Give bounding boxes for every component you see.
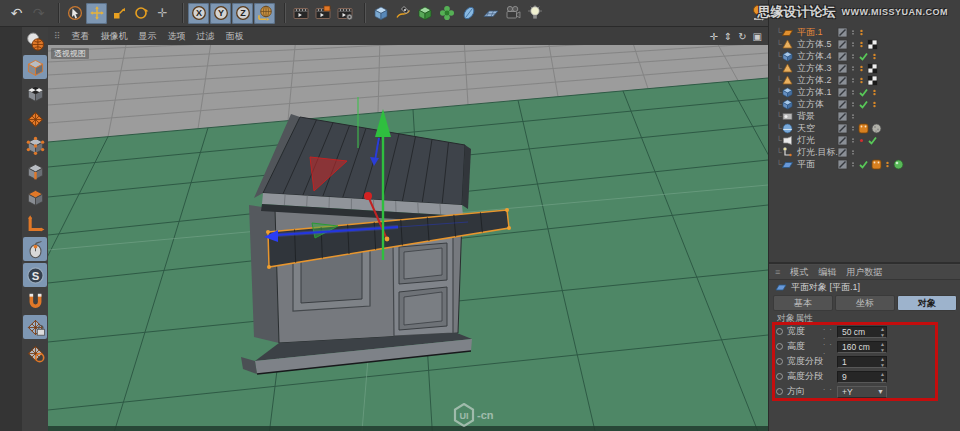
- visibility-dots-icon[interactable]: [850, 147, 856, 158]
- visibility-dots-icon[interactable]: [850, 159, 856, 170]
- object-row-立方体.4[interactable]: └立方体.4: [769, 50, 960, 62]
- object-row-平面.1[interactable]: └平面.1: [769, 26, 960, 38]
- redo-icon[interactable]: ↷: [28, 3, 49, 24]
- visibility-dots-icon[interactable]: [850, 111, 856, 122]
- object-row-立方体.2[interactable]: └立方体.2: [769, 74, 960, 86]
- object-row-灯光[interactable]: └灯光: [769, 134, 960, 146]
- layer-tag-icon[interactable]: [837, 147, 848, 158]
- points-mode-icon[interactable]: [23, 133, 47, 157]
- keyframe-circle-icon[interactable]: [776, 373, 783, 380]
- value-input[interactable]: 1▲▼: [837, 356, 887, 368]
- attribute-menu-0[interactable]: 模式: [790, 266, 808, 279]
- floor-icon[interactable]: [480, 3, 501, 24]
- keyframe-circle-icon[interactable]: [776, 343, 783, 350]
- tab-对象[interactable]: 对象: [897, 295, 957, 311]
- layer-tag-icon[interactable]: [837, 87, 848, 98]
- comp-tag-icon[interactable]: [858, 123, 869, 134]
- enable-snap-icon[interactable]: S: [23, 263, 47, 287]
- texture-mode-icon[interactable]: [23, 81, 47, 105]
- dropdown-arrow-icon[interactable]: ▼: [877, 388, 884, 395]
- zoom-view-icon[interactable]: ⇕: [724, 31, 732, 42]
- comp-tag-icon[interactable]: [871, 159, 882, 170]
- layer-tag-icon[interactable]: [837, 51, 848, 62]
- camera-icon[interactable]: [502, 3, 523, 24]
- workplane-grid-icon[interactable]: [23, 341, 47, 365]
- object-row-背景[interactable]: └背景: [769, 110, 960, 122]
- spline-pen-icon[interactable]: [392, 3, 413, 24]
- move-icon[interactable]: [86, 3, 107, 24]
- generator-icon[interactable]: [414, 3, 435, 24]
- attribute-menu-2[interactable]: 用户数据: [846, 266, 882, 279]
- magnet-snap-icon[interactable]: [23, 289, 47, 313]
- vdots-orange-tag-icon[interactable]: [871, 51, 878, 62]
- layer-tag-icon[interactable]: [837, 123, 848, 134]
- viewport-menu-0[interactable]: 查看: [72, 30, 90, 43]
- spinner-icon[interactable]: ▲▼: [880, 372, 885, 384]
- visibility-dots-icon[interactable]: [850, 135, 856, 146]
- deformer-icon[interactable]: [436, 3, 457, 24]
- object-row-立方体.1[interactable]: └立方体.1: [769, 86, 960, 98]
- edges-mode-icon[interactable]: [23, 159, 47, 183]
- layer-tag-icon[interactable]: [837, 99, 848, 110]
- greenball-tag-icon[interactable]: [893, 159, 904, 170]
- tab-坐标[interactable]: 坐标: [835, 295, 895, 311]
- visibility-dots-icon[interactable]: [850, 39, 856, 50]
- viewport-canvas[interactable]: [48, 45, 768, 431]
- list-icon[interactable]: ≡: [775, 267, 780, 277]
- noise-tag-icon[interactable]: [871, 123, 882, 134]
- vdots-orange-tag-icon[interactable]: [858, 63, 865, 74]
- layer-tag-icon[interactable]: [837, 159, 848, 170]
- attribute-menu-1[interactable]: 编辑: [818, 266, 836, 279]
- gizmo-center[interactable]: [364, 192, 372, 200]
- vdots-orange-tag-icon[interactable]: [871, 87, 878, 98]
- value-input[interactable]: 50 cm▲▼: [837, 326, 887, 338]
- reddot-tag-icon[interactable]: [858, 135, 865, 146]
- light-icon[interactable]: [524, 3, 545, 24]
- workplane-lock-icon[interactable]: [23, 315, 47, 339]
- x-axis-lock-icon[interactable]: X: [188, 3, 209, 24]
- spinner-icon[interactable]: ▲▼: [880, 342, 885, 354]
- rotate-icon[interactable]: [130, 3, 151, 24]
- visibility-dots-icon[interactable]: [850, 51, 856, 62]
- model-mode-icon[interactable]: [23, 55, 47, 79]
- visibility-dots-icon[interactable]: [850, 123, 856, 134]
- layer-tag-icon[interactable]: [837, 111, 848, 122]
- check-tag-icon[interactable]: [858, 87, 869, 98]
- live-selection-icon[interactable]: [64, 3, 85, 24]
- vdots-orange-tag-icon[interactable]: [884, 159, 891, 170]
- layer-tag-icon[interactable]: [837, 27, 848, 38]
- check-tag-icon[interactable]: [858, 51, 869, 62]
- check-tag-icon[interactable]: [858, 159, 869, 170]
- object-row-天空[interactable]: └天空: [769, 122, 960, 134]
- coordinate-system-icon[interactable]: [254, 3, 275, 24]
- viewport-solo-icon[interactable]: [23, 237, 47, 261]
- toggle-layout-icon[interactable]: ▣: [753, 31, 762, 42]
- z-axis-lock-icon[interactable]: Z: [232, 3, 253, 24]
- pan-view-icon[interactable]: ✛: [709, 31, 717, 42]
- undo-icon[interactable]: ↶: [6, 3, 27, 24]
- check-tag-icon[interactable]: [858, 99, 869, 110]
- keyframe-circle-icon[interactable]: [776, 388, 783, 395]
- vdots-orange-tag-icon[interactable]: [858, 75, 865, 86]
- rotate-view-icon[interactable]: ↻: [738, 31, 746, 42]
- layer-tag-icon[interactable]: [837, 39, 848, 50]
- viewport-menu-3[interactable]: 选项: [168, 30, 186, 43]
- tab-基本[interactable]: 基本: [773, 295, 833, 311]
- viewport-menu-2[interactable]: 显示: [139, 30, 157, 43]
- object-row-立方体[interactable]: └立方体: [769, 98, 960, 110]
- viewport-menu-icon[interactable]: ⠿: [54, 31, 61, 41]
- viewport-menu-1[interactable]: 摄像机: [101, 30, 128, 43]
- vdots-orange-tag-icon[interactable]: [871, 99, 878, 110]
- check-tag-icon[interactable]: [867, 135, 878, 146]
- object-row-灯光.目标.1[interactable]: └灯光.目标.1: [769, 146, 960, 158]
- value-input[interactable]: 9▲▼: [837, 371, 887, 383]
- polygons-mode-icon[interactable]: [23, 185, 47, 209]
- render-view-icon[interactable]: [290, 3, 311, 24]
- vdots-orange-tag-icon[interactable]: [858, 27, 865, 38]
- last-tool-icon[interactable]: ✛: [152, 3, 173, 24]
- keyframe-circle-icon[interactable]: [776, 358, 783, 365]
- object-row-平面[interactable]: └平面: [769, 158, 960, 170]
- xtex-tag-icon[interactable]: [867, 63, 878, 74]
- visibility-dots-icon[interactable]: [850, 63, 856, 74]
- y-axis-lock-icon[interactable]: Y: [210, 3, 231, 24]
